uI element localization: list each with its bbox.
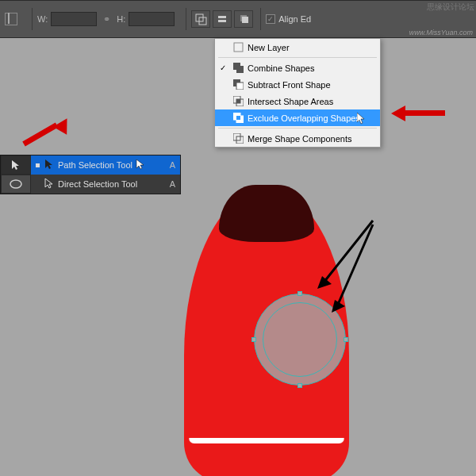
path-operations-dropdown: New Layer ✓ Combine Shapes Subtract Fron… — [214, 38, 381, 148]
rocket-stripe — [189, 438, 345, 443]
tool-shortcut: A — [170, 160, 175, 170]
tool-item-direct-selection[interactable]: Direct Selection Tool A — [31, 175, 180, 194]
menu-label: Combine Shapes — [248, 63, 314, 73]
combine-icon — [232, 63, 244, 74]
menu-separator — [218, 57, 377, 58]
anchor-handle[interactable] — [298, 291, 302, 296]
options-bar: W: ⚭ H: ✓ Align Ed 思缘设计论坛 www.MissYuan.c… — [0, 0, 476, 38]
tool-label: Direct Selection Tool — [58, 179, 137, 189]
svg-rect-2 — [218, 16, 226, 18]
svg-rect-12 — [236, 83, 244, 90]
rocket-tip — [219, 185, 314, 242]
selection-tool-flyout: Path Selection Tool A Direct Selection T… — [0, 155, 181, 194]
svg-rect-5 — [242, 17, 248, 23]
intersect-icon — [232, 96, 244, 107]
anchor-handle[interactable] — [251, 337, 256, 342]
svg-rect-15 — [236, 99, 240, 103]
menu-separator — [218, 128, 377, 129]
height-input[interactable] — [129, 12, 175, 26]
align-edges-checkbox[interactable]: ✓ — [266, 14, 275, 24]
anchor-handle[interactable] — [298, 383, 302, 388]
checkmark-icon: ✓ — [267, 15, 274, 23]
new-layer-icon — [232, 42, 244, 53]
menu-label: Intersect Shape Areas — [248, 97, 333, 106]
svg-rect-3 — [218, 20, 226, 22]
svg-rect-8 — [234, 43, 243, 52]
menu-item-subtract[interactable]: Subtract Front Shape — [215, 76, 380, 93]
align-edges-label: Align Ed — [278, 14, 311, 24]
merge-icon — [232, 133, 244, 144]
subtract-icon — [232, 79, 244, 90]
cursor-icon — [357, 113, 367, 125]
tool-item-path-selection[interactable]: Path Selection Tool A — [31, 155, 180, 175]
menu-item-new-layer[interactable]: New Layer — [215, 39, 380, 56]
live-shape-indicator — [5, 13, 17, 25]
active-dot-icon — [36, 163, 40, 167]
menu-label: Merge Shape Components — [248, 134, 351, 144]
menu-label: Exclude Overlapping Shapes — [248, 113, 360, 123]
link-icon[interactable]: ⚭ — [103, 14, 110, 25]
menu-item-exclude[interactable]: Exclude Overlapping Shapes — [215, 109, 380, 126]
height-label: H: — [117, 14, 125, 24]
path-selection-tool-icon[interactable] — [1, 155, 31, 175]
divider — [186, 8, 186, 30]
tool-icons-column — [1, 155, 31, 194]
menu-item-merge[interactable]: Merge Shape Components — [215, 130, 380, 147]
checkmark-icon: ✓ — [220, 63, 226, 72]
tool-shortcut: A — [170, 179, 175, 189]
svg-marker-6 — [317, 276, 332, 289]
svg-rect-10 — [236, 66, 244, 73]
divider — [260, 8, 261, 30]
exclude-icon — [232, 113, 244, 124]
svg-rect-18 — [236, 116, 240, 120]
width-label: W: — [37, 14, 48, 24]
path-operations-button[interactable] — [191, 10, 210, 28]
menu-label: Subtract Front Shape — [248, 80, 331, 90]
annotation-arrow-black — [309, 221, 389, 319]
anchor-handle[interactable] — [344, 337, 348, 342]
menu-label: New Layer — [248, 43, 290, 52]
watermark-text: 思缘设计论坛 — [427, 2, 474, 13]
menu-item-intersect[interactable]: Intersect Shape Areas — [215, 93, 380, 109]
path-alignment-button[interactable] — [213, 10, 232, 28]
watermark-url: www.MissYuan.com — [409, 29, 473, 36]
tool-label: Path Selection Tool — [58, 160, 132, 170]
divider — [32, 8, 33, 30]
svg-point-21 — [10, 180, 21, 188]
width-input[interactable] — [51, 12, 97, 26]
menu-item-combine-shapes[interactable]: ✓ Combine Shapes — [215, 60, 380, 76]
ellipse-tool-icon[interactable] — [1, 175, 31, 194]
path-arrangement-button[interactable] — [234, 10, 253, 28]
